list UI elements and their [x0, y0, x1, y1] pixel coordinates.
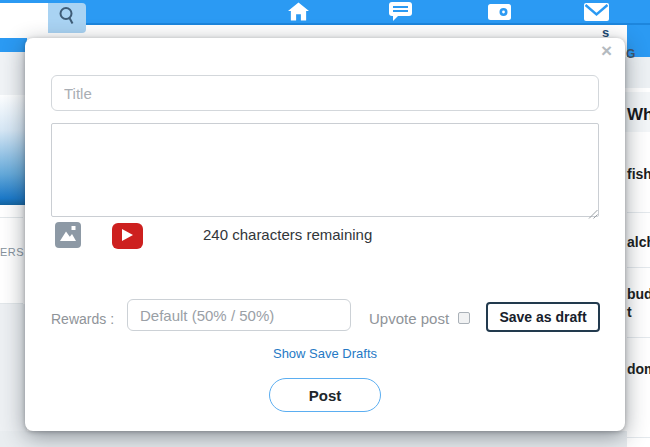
page-band-fragment [0, 52, 27, 95]
followers-label-fragment: ERS [0, 246, 23, 258]
wallet-icon [488, 4, 511, 24]
home-nav-button[interactable] [285, 3, 311, 23]
rewards-label: Rewards : [51, 311, 114, 327]
page-band-fragment [0, 304, 27, 447]
new-post-modal: × 240 characters remaining Rewards : Upv… [25, 38, 625, 431]
list-item[interactable]: bud [627, 286, 650, 302]
post-title-input[interactable] [51, 75, 599, 111]
close-icon[interactable]: × [601, 40, 612, 63]
sub-nav-bar-fragment [0, 38, 27, 52]
upvote-post-label: Upvote post [369, 310, 449, 327]
chat-icon [389, 2, 412, 25]
list-item[interactable]: alch [627, 234, 650, 250]
wallet-nav-button[interactable] [486, 4, 512, 24]
home-icon [288, 2, 309, 25]
characters-remaining-text: 240 characters remaining [203, 226, 372, 243]
post-button[interactable]: Post [269, 378, 381, 412]
post-body-textarea[interactable] [51, 123, 599, 217]
page: s G ERS Wh fish alch bud t dom × [0, 0, 650, 447]
messages-nav-button[interactable] [387, 3, 413, 23]
image-icon [59, 225, 77, 245]
occluded-text-fragment: G [626, 47, 635, 61]
mail-nav-button[interactable] [583, 4, 609, 24]
list-item[interactable]: t [627, 304, 632, 320]
mail-icon [584, 3, 609, 25]
rewards-select[interactable] [127, 299, 351, 331]
search-icon [57, 5, 77, 31]
list-item[interactable]: fish [627, 166, 650, 182]
divider [627, 437, 650, 438]
divider [0, 217, 23, 218]
insert-video-button[interactable] [112, 223, 143, 249]
search-button[interactable] [48, 3, 86, 33]
textarea-resize-handle[interactable] [587, 205, 598, 216]
divider [627, 337, 650, 338]
top-nav [0, 0, 650, 25]
divider [627, 267, 650, 268]
search-input[interactable] [0, 3, 48, 33]
upvote-checkbox[interactable] [458, 312, 470, 324]
divider [627, 212, 650, 213]
cover-image-fragment [0, 95, 27, 205]
save-as-draft-button[interactable]: Save as draft [486, 302, 600, 332]
show-save-drafts-link[interactable]: Show Save Drafts [25, 346, 625, 361]
insert-image-button[interactable] [55, 222, 81, 248]
list-item[interactable]: dom [627, 361, 650, 377]
youtube-play-icon [122, 229, 133, 244]
page-band-fragment [0, 431, 627, 447]
right-panel-heading-fragment: Wh [627, 105, 650, 125]
